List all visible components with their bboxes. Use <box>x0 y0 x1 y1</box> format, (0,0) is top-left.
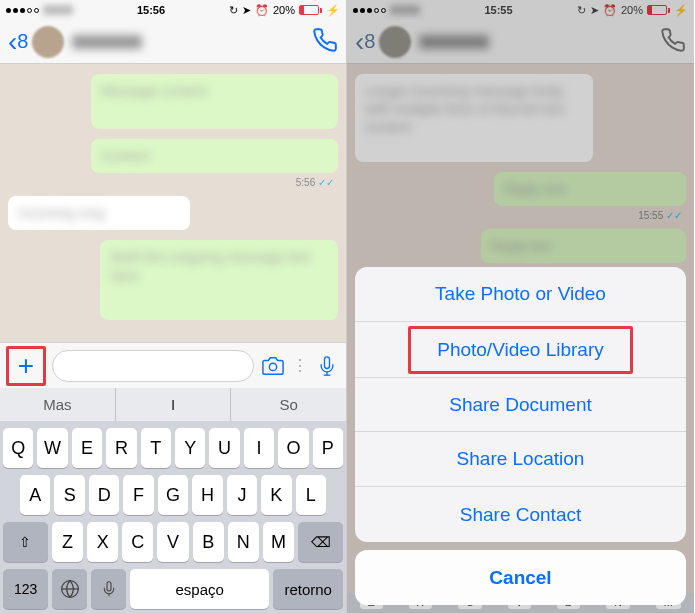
battery-pct: 20% <box>273 4 295 16</box>
key-f[interactable]: F <box>123 475 153 515</box>
status-bar: 15:55 ↻ ➤ ⏰ 20% ⚡ <box>347 0 694 20</box>
action-share-document[interactable]: Share Document <box>355 377 686 432</box>
shift-key[interactable]: ⇧ <box>3 522 48 562</box>
signal-dots <box>353 8 386 13</box>
left-phone-screenshot: 15:56 ↻ ➤ ⏰ 20% ⚡ ‹ 8 Message content <box>0 0 347 613</box>
tutorial-highlight: + <box>6 346 46 386</box>
message-out[interactable]: Reply one <box>494 172 686 206</box>
key-a[interactable]: A <box>20 475 50 515</box>
action-photo-library-label: Photo/Video Library <box>411 331 630 369</box>
location-icon: ➤ <box>242 4 251 17</box>
keyboard: Mas I So QWERTYUIOP ASDFGHJKL ⇧ ZXCVBNM … <box>0 388 346 613</box>
backspace-key[interactable]: ⌫ <box>298 522 343 562</box>
return-key[interactable]: retorno <box>273 569 343 609</box>
input-bar: + ⋮ <box>0 342 346 388</box>
key-b[interactable]: B <box>193 522 224 562</box>
call-button[interactable] <box>660 27 686 57</box>
mic-button[interactable] <box>314 354 340 378</box>
action-take-photo[interactable]: Take Photo or Video <box>355 267 686 322</box>
key-h[interactable]: H <box>192 475 222 515</box>
key-e[interactable]: E <box>72 428 102 468</box>
key-s[interactable]: S <box>54 475 84 515</box>
key-j[interactable]: J <box>227 475 257 515</box>
key-n[interactable]: N <box>228 522 259 562</box>
message-in[interactable]: Longer incoming message body with multip… <box>355 74 593 162</box>
key-p[interactable]: P <box>313 428 343 468</box>
carrier-blur <box>390 5 420 15</box>
chevron-left-icon: ‹ <box>355 28 364 56</box>
key-y[interactable]: Y <box>175 428 205 468</box>
charging-icon: ⚡ <box>326 4 340 17</box>
suggestion-row: Mas I So <box>0 388 346 421</box>
battery-icon <box>647 5 670 15</box>
avatar <box>379 26 411 58</box>
message-in[interactable]: Incoming msg <box>8 196 190 230</box>
key-x[interactable]: X <box>87 522 118 562</box>
chevron-left-icon: ‹ <box>8 28 17 56</box>
message-out[interactable]: Content <box>91 139 339 173</box>
back-button[interactable]: ‹ 8 <box>355 28 375 56</box>
key-z[interactable]: Z <box>52 522 83 562</box>
key-m[interactable]: M <box>263 522 294 562</box>
camera-button[interactable] <box>260 355 286 377</box>
action-share-contact[interactable]: Share Contact <box>355 487 686 542</box>
key-row: ASDFGHJKL <box>3 475 343 515</box>
suggestion[interactable]: I <box>116 388 232 421</box>
suggestion[interactable]: So <box>231 388 346 421</box>
contact-header[interactable] <box>379 26 489 58</box>
key-d[interactable]: D <box>89 475 119 515</box>
key-q[interactable]: Q <box>3 428 33 468</box>
lock-arrow-icon: ↻ <box>229 4 238 17</box>
space-key[interactable]: espaço <box>130 569 269 609</box>
action-cancel[interactable]: Cancel <box>355 550 686 605</box>
back-count: 8 <box>17 30 28 53</box>
status-bar: 15:56 ↻ ➤ ⏰ 20% ⚡ <box>0 0 346 20</box>
message-time: 15:55 ✓✓ <box>355 210 682 221</box>
contact-header[interactable] <box>32 26 142 58</box>
alarm-icon: ⏰ <box>255 4 269 17</box>
key-t[interactable]: T <box>141 428 171 468</box>
alarm-icon: ⏰ <box>603 4 617 17</box>
message-out[interactable]: Multi line outgoing message text here <box>100 240 338 320</box>
key-row: 123 espaço retorno <box>3 569 343 609</box>
read-ticks-icon: ✓✓ <box>318 177 334 188</box>
numbers-key[interactable]: 123 <box>3 569 48 609</box>
globe-key[interactable] <box>52 569 87 609</box>
svg-point-0 <box>269 363 276 370</box>
key-c[interactable]: C <box>122 522 153 562</box>
back-count: 8 <box>364 30 375 53</box>
key-r[interactable]: R <box>106 428 136 468</box>
key-u[interactable]: U <box>209 428 239 468</box>
key-w[interactable]: W <box>37 428 67 468</box>
carrier-blur <box>43 5 73 15</box>
dictation-key[interactable] <box>91 569 126 609</box>
action-sheet-group: Take Photo or Video Photo/Video Library … <box>355 267 686 542</box>
charging-icon: ⚡ <box>674 4 688 17</box>
suggestion[interactable]: Mas <box>0 388 116 421</box>
message-out[interactable]: Message content <box>91 74 339 129</box>
battery-icon <box>299 5 322 15</box>
message-time: 5:56 ✓✓ <box>8 177 334 188</box>
call-button[interactable] <box>312 27 338 57</box>
key-o[interactable]: O <box>278 428 308 468</box>
more-dots-icon: ⋮ <box>292 356 308 375</box>
key-l[interactable]: L <box>296 475 326 515</box>
key-v[interactable]: V <box>157 522 188 562</box>
read-ticks-icon: ✓✓ <box>666 210 682 221</box>
attach-button[interactable]: + <box>11 351 41 381</box>
key-row: ⇧ ZXCVBNM ⌫ <box>3 522 343 562</box>
nav-bar: ‹ 8 <box>347 20 694 64</box>
location-icon: ➤ <box>590 4 599 17</box>
action-share-location[interactable]: Share Location <box>355 432 686 487</box>
tutorial-highlight: Photo/Video Library <box>408 326 633 374</box>
key-g[interactable]: G <box>158 475 188 515</box>
action-photo-library[interactable]: Photo/Video Library <box>355 322 686 377</box>
status-time: 15:56 <box>137 4 165 16</box>
signal-dots <box>6 8 39 13</box>
key-i[interactable]: I <box>244 428 274 468</box>
battery-pct: 20% <box>621 4 643 16</box>
back-button[interactable]: ‹ 8 <box>8 28 28 56</box>
action-sheet: Take Photo or Video Photo/Video Library … <box>347 259 694 613</box>
key-k[interactable]: K <box>261 475 291 515</box>
message-input[interactable] <box>52 350 254 382</box>
